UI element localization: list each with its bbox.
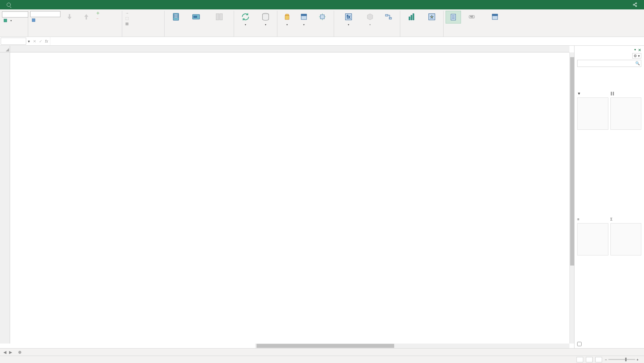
area-columns-label: ‖‖ (610, 91, 642, 95)
fieldheaders-toggle[interactable] (482, 11, 507, 23)
svg-rect-20 (409, 17, 410, 20)
olap-tools-button: ▾ (362, 11, 378, 27)
panel-dropdown-icon[interactable]: ▾ (634, 48, 636, 52)
values-drop-area[interactable] (610, 223, 642, 255)
drillup-button (79, 11, 94, 23)
svg-rect-4 (32, 18, 35, 22)
svg-rect-15 (320, 15, 324, 19)
spreadsheet-grid[interactable] (0, 46, 574, 348)
view-pagebreak-button[interactable] (595, 357, 602, 362)
svg-point-1 (633, 4, 635, 5)
share-button[interactable] (633, 2, 639, 7)
area-rows-label: ≡ (577, 217, 608, 221)
ungroup-button: ⬚ (124, 16, 131, 21)
field-settings-button[interactable] (30, 17, 60, 23)
svg-rect-21 (411, 15, 412, 20)
ribbon-group-calc (336, 36, 398, 37)
ribbon-group-tools (402, 36, 441, 37)
horizontal-scrollbar[interactable] (255, 344, 569, 348)
area-filter-label: ▼ (577, 91, 608, 95)
svg-rect-3 (4, 19, 7, 22)
name-box[interactable] (1, 38, 26, 45)
ribbon-group-active-field (30, 36, 120, 37)
columns-drop-area[interactable] (610, 97, 642, 130)
ribbon: ▾ ✚ − (0, 9, 644, 37)
svg-text:fx: fx (347, 14, 351, 19)
view-pagelayout-button[interactable] (586, 357, 593, 362)
insert-slicer-button[interactable] (167, 11, 185, 23)
select-all-corner[interactable] (0, 46, 10, 52)
active-field-input[interactable] (30, 11, 60, 17)
svg-rect-11 (220, 14, 222, 20)
ribbon-group-actions (279, 36, 332, 37)
recommended-pt-button[interactable] (422, 11, 441, 23)
formula-bar: ▾ ✕ ✓ fx (0, 37, 644, 46)
group-field-button: ▦ (124, 21, 131, 26)
ribbon-group-data (236, 36, 275, 37)
expand-field-button: ✚ (95, 11, 102, 16)
close-icon[interactable]: ✕ (638, 48, 641, 52)
insert-timeline-button[interactable] (187, 11, 205, 23)
svg-rect-6 (174, 14, 178, 16)
ribbon-group-show (446, 36, 507, 37)
pt-name-input[interactable] (2, 11, 28, 17)
zoom-slider[interactable]: −+ (605, 358, 639, 362)
group-selection-button: → (124, 11, 131, 15)
filter-connections-button (207, 11, 232, 23)
svg-rect-22 (413, 14, 414, 20)
clear-button[interactable]: ▾ (279, 11, 295, 27)
svg-rect-10 (216, 14, 219, 20)
pivottable-fields-pane: ▾ ✕ ⚙ ▾ 🔍 ▼ ‖‖ ≡ Σ (574, 46, 644, 348)
buttons-toggle[interactable]: +/- (462, 11, 481, 23)
ribbon-group-grouping (124, 36, 162, 37)
tell-me-search[interactable] (7, 3, 13, 7)
rows-drop-area[interactable] (577, 223, 608, 255)
area-values-label: Σ (610, 217, 642, 221)
ribbon-group-pivottable (2, 36, 26, 37)
ribbon-group-filter (167, 36, 232, 37)
fieldlist-toggle[interactable] (446, 11, 461, 24)
pivot-search-input[interactable]: 🔍 (577, 60, 641, 67)
svg-rect-18 (385, 14, 388, 16)
collapse-field-button: − (95, 16, 102, 21)
fields-items-button[interactable]: fx▾ (336, 11, 361, 27)
gear-icon[interactable]: ⚙ ▾ (632, 53, 641, 58)
defer-layout-checkbox[interactable] (577, 342, 582, 347)
relationships-button[interactable] (379, 11, 398, 23)
svg-rect-9 (194, 16, 197, 18)
pt-options-button[interactable]: ▾ (2, 18, 13, 23)
filter-drop-area[interactable] (577, 97, 608, 130)
confirm-icon: ✓ (39, 39, 42, 44)
ribbon-tabs (0, 0, 644, 9)
formula-input[interactable] (50, 37, 644, 45)
select-button[interactable]: ▾ (296, 11, 312, 27)
vertical-scrollbar[interactable] (569, 52, 574, 344)
move-pivottable-button[interactable] (313, 11, 332, 23)
view-normal-button[interactable] (577, 357, 583, 362)
drilldown-button (62, 11, 77, 23)
search-icon: 🔍 (635, 61, 640, 66)
cancel-icon: ✕ (33, 39, 36, 44)
svg-rect-31 (492, 14, 498, 16)
search-icon (7, 3, 11, 7)
svg-rect-7 (174, 16, 178, 18)
sheet-tab-bar: ◀▶ ⊕ (0, 348, 644, 356)
status-bar: −+ (0, 356, 644, 363)
pivotchart-button[interactable] (402, 11, 421, 23)
svg-point-2 (636, 5, 637, 7)
refresh-button[interactable]: ▾ (236, 11, 255, 27)
svg-text:+/-: +/- (470, 15, 473, 18)
sheet-nav[interactable]: ◀▶ (0, 349, 15, 356)
add-sheet-button[interactable]: ⊕ (15, 349, 24, 356)
change-datasource-button[interactable]: ▾ (256, 11, 275, 27)
svg-point-0 (636, 3, 637, 4)
fx-icon[interactable]: fx (45, 39, 48, 44)
svg-rect-14 (301, 14, 307, 16)
name-box-dropdown[interactable]: ▾ (27, 37, 31, 45)
